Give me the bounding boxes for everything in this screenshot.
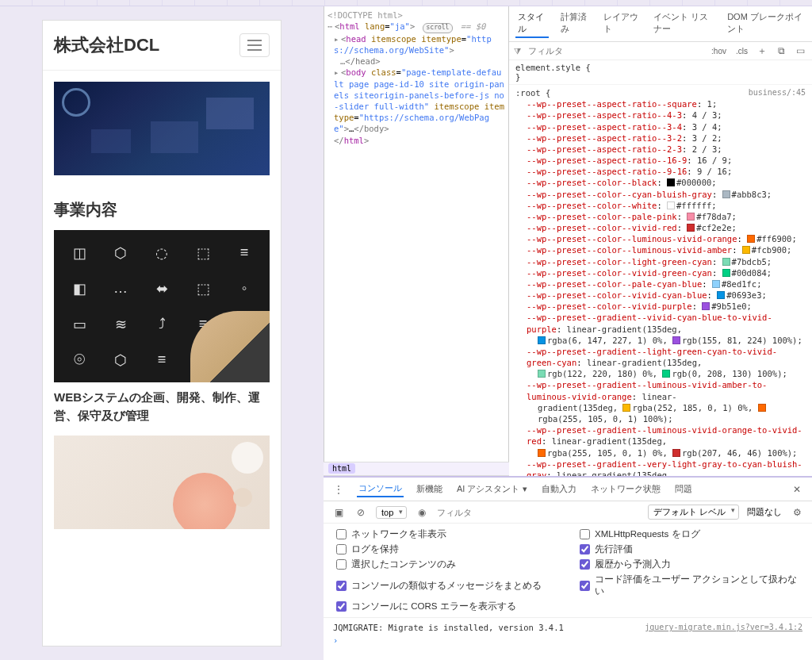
cosmetics-image <box>54 436 270 529</box>
console-menu-icon[interactable]: ⋮ <box>331 482 346 497</box>
clear-console-icon[interactable]: ⊘ <box>354 505 368 520</box>
css-var-line[interactable]: --wp--preset--aspect-ratio--3-2: 3 / 2; <box>515 132 806 144</box>
css-var-line[interactable]: --wp--preset--color--luminous-vivid-oran… <box>515 233 806 244</box>
responsive-preview-pane: 株式会社DCL 事業内容 ◫⬡◌⬚≡ ◧…⬌⬚◦ ▭≋⤴≡ ⦾⬡≡ WEBシステ… <box>0 6 324 660</box>
css-gradient-line[interactable]: --wp--preset--gradient--light-green-cyan… <box>515 346 806 368</box>
site-navbar: 株式会社DCL <box>43 21 281 71</box>
css-var-line[interactable]: --wp--preset--color--light-green-cyan: #… <box>515 256 806 267</box>
tab-styles[interactable]: スタイル <box>515 10 549 38</box>
render-icon[interactable]: ▭ <box>793 44 807 58</box>
hero-image <box>54 82 270 175</box>
console-settings-grid: ネットワークを非表示 XMLHttpRequests をログ ログを保持 先行評… <box>324 524 812 618</box>
log-level-selector[interactable]: デフォルト レベル <box>648 505 739 520</box>
tab-issues[interactable]: 問題 <box>673 482 694 497</box>
cls-toggle[interactable]: .cls <box>733 45 750 57</box>
css-var-line[interactable]: --wp--preset--aspect-ratio--2-3: 2 / 3; <box>515 144 806 155</box>
css-gradient-line[interactable]: --wp--preset--gradient--luminous-vivid-o… <box>515 424 806 447</box>
console-setting-checkbox[interactable]: ネットワークを非表示 <box>336 528 556 540</box>
css-var-line[interactable]: --wp--preset--color--vivid-purple: #9b51… <box>515 301 806 312</box>
css-gradient-stops[interactable]: rgba(6, 147, 227, 1) 0%, rgb(155, 81, 22… <box>515 335 806 346</box>
styles-filter-input[interactable] <box>526 44 704 58</box>
console-filter-input[interactable] <box>437 508 546 517</box>
log-row[interactable]: JQMIGRATE: Migrate is installed, version… <box>333 623 802 632</box>
css-gradient-line[interactable]: --wp--preset--gradient--vivid-cyan-blue-… <box>515 312 806 334</box>
css-var-line[interactable]: --wp--preset--color--vivid-red: #cf2e2e; <box>515 222 806 233</box>
live-expression-icon[interactable]: ◉ <box>415 505 429 520</box>
console-toolbar: ▣ ⊘ top ◉ デフォルト レベル 問題なし ⚙ <box>324 501 812 524</box>
chalkboard-image: ◫⬡◌⬚≡ ◧…⬌⬚◦ ▭≋⤴≡ ⦾⬡≡ <box>54 230 270 382</box>
card-caption: WEBシステムの企画、開発、制作、運営、保守及び管理 <box>43 382 281 436</box>
styles-tabs: スタイル 計算済み レイアウト イベント リスナー DOM ブレークポイント <box>509 6 812 42</box>
console-setting-checkbox[interactable]: コード評価をユーザー アクションとして扱わない <box>580 574 799 597</box>
hov-toggle[interactable]: :hov <box>709 45 729 57</box>
tab-network-conditions[interactable]: ネットワーク状態 <box>589 482 662 497</box>
css-var-line[interactable]: --wp--preset--aspect-ratio--3-4: 3 / 4; <box>515 121 806 132</box>
css-var-line[interactable]: --wp--preset--color--pale-pink: #f78da7; <box>515 211 806 222</box>
css-gradient-stops[interactable]: rgba(255, 105, 0, 1) 0%, rgb(207, 46, 46… <box>515 447 806 459</box>
css-var-line[interactable]: --wp--preset--aspect-ratio--4-3: 4 / 3; <box>515 109 806 121</box>
close-drawer-icon[interactable]: ✕ <box>790 482 804 497</box>
dom-breadcrumb[interactable]: html <box>324 462 509 476</box>
tab-dom-breakpoints[interactable]: DOM ブレークポイント <box>725 10 806 38</box>
css-var-line[interactable]: --wp--preset--color--luminous-vivid-ambe… <box>515 244 806 255</box>
tab-console[interactable]: コンソール <box>357 481 404 497</box>
hamburger-menu-button[interactable] <box>239 33 270 57</box>
element-style-block[interactable]: element.style {} <box>509 60 812 85</box>
css-var-line[interactable]: --wp--preset--color--white: #ffffff; <box>515 200 806 211</box>
tab-autofill[interactable]: 自動入力 <box>540 482 578 497</box>
log-source-link[interactable]: jquery-migrate.min.js?ver=3.4.1:2 <box>645 623 802 632</box>
css-var-line[interactable]: --wp--preset--color--vivid-cyan-blue: #0… <box>515 290 806 301</box>
css-var-line[interactable]: --wp--preset--color--black: #000000; <box>515 177 806 188</box>
dom-doctype[interactable]: <!DOCTYPE html> <box>327 10 505 21</box>
css-var-line[interactable]: --wp--preset--aspect-ratio--16-9: 16 / 9… <box>515 155 806 166</box>
css-var-line[interactable]: --wp--preset--color--pale-cyan-blue: #8e… <box>515 278 806 290</box>
issues-count[interactable]: 問題なし <box>747 506 782 518</box>
console-prompt[interactable]: › <box>333 632 802 645</box>
dom-html[interactable]: ⋯<html lang="ja"> scroll == $0 <box>327 21 505 33</box>
site-title[interactable]: 株式会社DCL <box>54 33 159 57</box>
console-settings-icon[interactable]: ⚙ <box>790 505 804 520</box>
console-setting-checkbox[interactable]: 選択したコンテンツのみ <box>336 558 556 570</box>
css-var-line[interactable]: --wp--preset--aspect-ratio--9-16: 9 / 16… <box>515 166 806 177</box>
site-frame[interactable]: 株式会社DCL 事業内容 ◫⬡◌⬚≡ ◧…⬌⬚◦ ▭≋⤴≡ ⦾⬡≡ WEBシステ… <box>43 21 281 646</box>
dom-head[interactable]: ▸<head itemscope itemtype="https://schem… <box>327 33 505 67</box>
root-selector[interactable]: :root { <box>515 87 550 98</box>
tab-computed[interactable]: 計算済み <box>558 10 592 38</box>
css-gradient-line[interactable]: --wp--preset--gradient--luminous-vivid-a… <box>515 379 806 401</box>
tab-layout[interactable]: レイアウト <box>601 10 642 38</box>
console-setting-checkbox[interactable]: コンソールに CORS エラーを表示する <box>336 601 556 612</box>
root-source-link[interactable]: business/:45 <box>749 87 806 98</box>
context-selector[interactable]: top <box>376 506 407 519</box>
css-gradient-stops[interactable]: rgb(122, 220, 180) 0%, rgb(0, 208, 130) … <box>515 368 806 379</box>
computed-icon[interactable]: ⧉ <box>774 44 788 58</box>
add-rule-icon[interactable]: ＋ <box>755 44 769 58</box>
filter-icon: ⧩ <box>514 46 521 56</box>
styles-filter-row: ⧩ :hov .cls ＋ ⧉ ▭ <box>509 42 812 60</box>
eq-zero: == $0 <box>461 21 486 31</box>
css-var-line[interactable]: --wp--preset--color--vivid-green-cyan: #… <box>515 267 806 278</box>
top-ruler <box>0 0 812 6</box>
console-setting-checkbox[interactable]: 履歴から予測入力 <box>580 558 799 570</box>
sidebar-toggle-icon[interactable]: ▣ <box>331 505 346 520</box>
console-setting-checkbox[interactable]: 先行評価 <box>580 543 799 555</box>
chalk-icons: ◫⬡◌⬚≡ ◧…⬌⬚◦ ▭≋⤴≡ ⦾⬡≡ <box>62 238 262 374</box>
dom-body-node[interactable]: ▸<body class="page-template-default page… <box>327 67 505 134</box>
console-setting-checkbox[interactable]: コンソールの類似するメッセージをまとめる <box>336 574 556 597</box>
tab-whatsnew[interactable]: 新機能 <box>415 482 444 497</box>
console-setting-checkbox[interactable]: ログを保持 <box>336 543 556 555</box>
css-var-line[interactable]: --wp--preset--aspect-ratio--square: 1; <box>515 98 806 109</box>
tab-event-listeners[interactable]: イベント リスナー <box>651 10 715 38</box>
css-var-line[interactable]: --wp--preset--color--cyan-bluish-gray: #… <box>515 189 806 200</box>
console-setting-checkbox[interactable]: XMLHttpRequests をログ <box>580 528 799 540</box>
scroll-badge: scroll <box>423 23 454 33</box>
console-drawer: ⋮ コンソール 新機能 AI アシスタント ▾ 自動入力 ネットワーク状態 問題… <box>324 476 812 660</box>
css-gradient-stops[interactable]: gradient(135deg, rgba(252, 185, 0, 1) 0%… <box>515 402 806 424</box>
console-tabs: ⋮ コンソール 新機能 AI アシスタント ▾ 自動入力 ネットワーク状態 問題… <box>324 478 812 501</box>
dom-html-close[interactable]: </html> <box>327 135 505 146</box>
console-log[interactable]: JQMIGRATE: Migrate is installed, version… <box>324 618 812 660</box>
tab-ai-assistant[interactable]: AI アシスタント ▾ <box>455 482 529 497</box>
section-heading: 事業内容 <box>43 186 281 230</box>
